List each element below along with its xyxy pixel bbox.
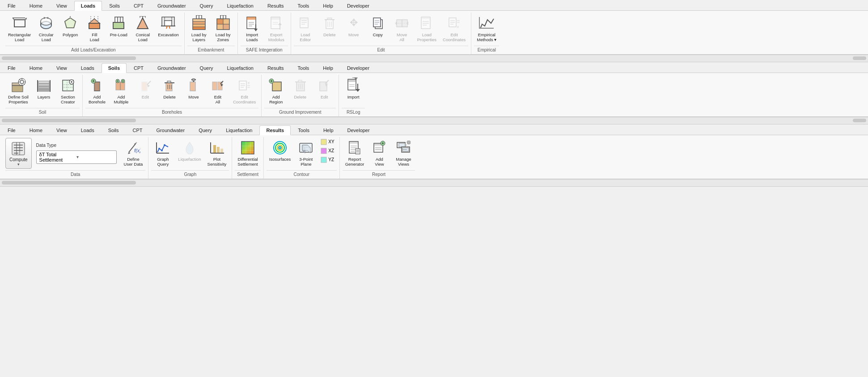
delete-region-icon <box>292 77 308 94</box>
scrollbar-thumb-4[interactable] <box>853 119 866 122</box>
scrollbar-thumb-2[interactable] <box>853 56 866 60</box>
tab-file-3[interactable]: File <box>1 125 22 135</box>
add-region-button[interactable]: AddRegion <box>264 76 288 107</box>
tab-tools-2[interactable]: Tools <box>291 63 316 73</box>
tab-groundwater-2[interactable]: Groundwater <box>151 63 193 73</box>
load-properties-button[interactable]: LoadProperties <box>415 13 439 44</box>
svg-rect-62 <box>223 24 229 30</box>
scrollbar-thumb-3[interactable] <box>2 119 136 122</box>
circular-load-button[interactable]: CircularLoad <box>34 13 58 44</box>
define-soil-properties-button[interactable]: Define SoilProperties <box>5 76 31 107</box>
pre-load-button[interactable]: Pre-Load <box>107 13 130 39</box>
define-user-data-button[interactable]: f(x) DefineUser Data <box>121 138 146 169</box>
tab-help-1[interactable]: Help <box>316 1 340 10</box>
tab-cpt-2[interactable]: CPT <box>127 63 150 73</box>
data-type-select[interactable]: δT Total Settlement ▾ <box>36 150 117 164</box>
svg-rect-241 <box>321 148 326 154</box>
tab-loads-3[interactable]: Loads <box>74 125 101 135</box>
liquefaction-graph-button[interactable]: Liquefaction <box>175 138 203 163</box>
import-loads-button[interactable]: ImportLoads <box>241 13 264 44</box>
tab-help-3[interactable]: Help <box>317 125 340 135</box>
tab-home-1[interactable]: Home <box>23 1 49 10</box>
tab-query-3[interactable]: Query <box>192 125 219 135</box>
edit-coordinates-borehole-button[interactable]: × EditCoordinates <box>230 76 258 107</box>
excavation-button[interactable]: Excavation <box>155 13 181 39</box>
export-modolus-button[interactable]: ExportModolus <box>265 13 288 44</box>
tab-help-2[interactable]: Help <box>316 63 340 73</box>
tab-liquefaction-1[interactable]: Liquefaction <box>220 1 260 10</box>
tab-loads-1[interactable]: Loads <box>74 1 102 11</box>
edit-region-button[interactable]: Edit <box>313 76 336 101</box>
add-view-button[interactable]: AddView <box>368 138 391 169</box>
tab-developer-2[interactable]: Developer <box>340 63 376 73</box>
tab-groundwater-3[interactable]: Groundwater <box>150 125 192 135</box>
delete-load-button[interactable]: Delete <box>318 13 341 39</box>
tab-home-2[interactable]: Home <box>23 63 49 73</box>
rectangular-load-label: RectangularLoad <box>8 32 31 43</box>
empirical-methods-button[interactable]: EmpiricalMethods ▾ <box>474 13 499 44</box>
tab-file-1[interactable]: File <box>1 1 22 10</box>
tab-query-2[interactable]: Query <box>193 63 220 73</box>
import-rslog-button[interactable]: Import <box>342 76 365 101</box>
yz-view-button[interactable]: YZ <box>318 156 336 164</box>
scrollbar-thumb-5[interactable] <box>2 181 136 184</box>
graph-query-button[interactable]: GraphQuery <box>151 138 174 169</box>
plot-sensitivity-button[interactable]: PlotSensitivity <box>205 138 229 169</box>
tab-liquefaction-3[interactable]: Liquefaction <box>219 125 259 135</box>
edit-borehole-button[interactable]: Edit <box>134 76 157 101</box>
tab-view-2[interactable]: View <box>50 63 74 73</box>
tab-loads-2[interactable]: Loads <box>74 63 101 73</box>
tab-results-2[interactable]: Results <box>261 63 291 73</box>
tab-results-1[interactable]: Results <box>261 1 291 10</box>
tab-groundwater-1[interactable]: Groundwater <box>151 1 193 10</box>
svg-rect-17 <box>89 23 100 29</box>
scrollbar-thumb-1[interactable] <box>2 56 136 60</box>
load-by-zones-button[interactable]: Load byZones <box>212 13 235 44</box>
rectangular-load-button[interactable]: RectangularLoad <box>5 13 34 44</box>
edit-coordinates-button[interactable]: × EditCoordinates <box>440 13 468 44</box>
tab-developer-3[interactable]: Developer <box>341 125 377 135</box>
group-empirical-label: Empirical <box>474 46 499 53</box>
tab-developer-1[interactable]: Developer <box>340 1 376 10</box>
load-by-layers-button[interactable]: Load byLayers <box>187 13 211 44</box>
section-creator-button[interactable]: SectionCreator <box>56 76 80 107</box>
three-point-plane-button[interactable]: 3-PointPlane <box>294 138 318 169</box>
tab-cpt-1[interactable]: CPT <box>127 1 150 10</box>
tab-soils-3[interactable]: Soils <box>102 125 126 135</box>
edit-all-button[interactable]: EditAll <box>206 76 229 107</box>
move-borehole-button[interactable]: ✥ Move <box>182 76 205 101</box>
layers-button[interactable]: Layers <box>32 76 55 101</box>
svg-marker-32 <box>137 18 148 29</box>
polygon-button[interactable]: Polygon <box>59 13 82 39</box>
tab-cpt-3[interactable]: CPT <box>126 125 149 135</box>
delete-region-button[interactable]: Delete <box>288 76 312 101</box>
svg-rect-240 <box>321 139 326 145</box>
tab-liquefaction-2[interactable]: Liquefaction <box>220 63 260 73</box>
tab-tools-3[interactable]: Tools <box>291 125 316 135</box>
report-generator-button[interactable]: ReportGenerator <box>343 138 367 169</box>
tab-view-3[interactable]: View <box>50 125 74 135</box>
load-editor-button[interactable]: LoadEditor <box>294 13 317 44</box>
xz-view-button[interactable]: XZ <box>318 147 336 155</box>
add-borehole-button[interactable]: AddBorehole <box>85 76 109 107</box>
tab-query-1[interactable]: Query <box>193 1 220 10</box>
differential-settlement-button[interactable]: DifferentialSettlement <box>235 138 260 169</box>
move-all-button[interactable]: MoveAll <box>390 13 414 44</box>
manage-views-button[interactable]: ManageViews <box>392 138 415 169</box>
add-multiple-button[interactable]: AddMultiple <box>110 76 133 107</box>
tab-tools-1[interactable]: Tools <box>291 1 316 10</box>
fill-load-button[interactable]: FillLoad <box>83 13 106 44</box>
compute-button[interactable]: Compute ▾ <box>5 138 32 169</box>
tab-home-3[interactable]: Home <box>23 125 49 135</box>
tab-soils-2[interactable]: Soils <box>102 63 127 73</box>
tab-file-2[interactable]: File <box>1 63 22 73</box>
tab-view-1[interactable]: View <box>50 1 74 10</box>
xy-view-button[interactable]: XY <box>318 138 336 146</box>
tab-soils-1[interactable]: Soils <box>102 1 127 10</box>
copy-load-button[interactable]: Copy <box>366 13 390 39</box>
conical-load-button[interactable]: ConicalLoad <box>131 13 154 44</box>
delete-borehole-button[interactable]: Delete <box>158 76 181 101</box>
move-load-button[interactable]: ✥ Move <box>342 13 365 39</box>
tab-results-3[interactable]: Results <box>259 125 291 135</box>
isosurfaces-button[interactable]: Isosurfaces <box>267 138 294 163</box>
